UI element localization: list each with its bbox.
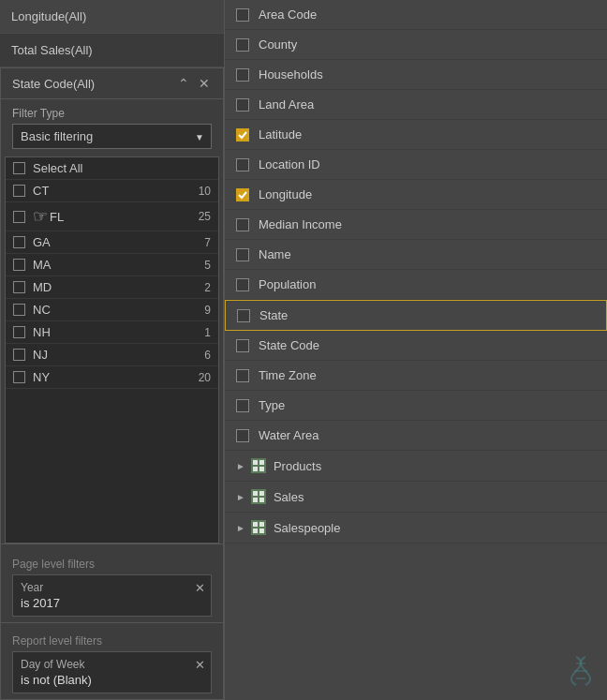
field-row-population[interactable]: Population <box>225 270 607 300</box>
svg-rect-3 <box>259 467 264 471</box>
filter-checkbox <box>13 259 25 271</box>
field-checkbox-time-zone <box>236 369 249 382</box>
right-panel: Area Code County Households Land Area La… <box>225 0 607 700</box>
group-row-products[interactable]: ► Products <box>225 451 607 482</box>
left-panel: Longitude(All) Total Sales(All) State Co… <box>0 0 225 700</box>
filter-checkbox <box>13 236 25 248</box>
field-row-name[interactable]: Name <box>225 240 607 270</box>
filter-checkbox <box>13 185 25 197</box>
total-sales-field-item[interactable]: Total Sales(All) <box>0 34 224 67</box>
filter-checkbox <box>13 326 25 338</box>
field-row-latitude[interactable]: Latitude <box>225 120 607 150</box>
report-filters-label: Report level filters <box>12 629 212 651</box>
filter-checkbox <box>13 162 25 174</box>
products-group-icon <box>251 458 266 473</box>
dna-watermark-icon <box>562 652 600 690</box>
svg-rect-10 <box>253 529 258 533</box>
svg-rect-4 <box>253 491 258 496</box>
filter-type-label: Filter Type <box>1 99 223 124</box>
dayofweek-filter-close-button[interactable]: ✕ <box>195 658 205 672</box>
report-filters-section: Report level filters Day of Week is not … <box>1 622 223 699</box>
dayofweek-filter-value: is not (Blank) <box>21 673 203 687</box>
year-filter-close-button[interactable]: ✕ <box>195 581 205 595</box>
field-row-longitude[interactable]: Longitude <box>225 180 607 210</box>
list-item[interactable]: CT 10 <box>6 180 218 202</box>
list-item[interactable]: Select All <box>6 157 218 180</box>
field-row-state-code[interactable]: State Code <box>225 331 607 361</box>
field-checkbox-population <box>236 278 249 291</box>
close-filter-button[interactable]: ✕ <box>197 76 212 91</box>
field-checkbox-median-income <box>236 218 249 231</box>
filter-header: State Code(All) ⌃ ✕ <box>1 68 223 99</box>
svg-rect-9 <box>259 522 264 527</box>
field-checkbox-area-code <box>236 8 249 22</box>
year-filter-card: Year is 2017 ✕ <box>12 574 212 617</box>
field-row-location-id[interactable]: Location ID <box>225 150 607 180</box>
year-filter-title: Year <box>21 581 203 594</box>
list-item[interactable]: NH 1 <box>6 321 218 344</box>
cursor-pointer-icon: ☞ <box>33 206 48 227</box>
dayofweek-filter-title: Day of Week <box>21 658 203 671</box>
expand-arrow-icon: ► <box>236 492 245 502</box>
filter-checkbox <box>13 304 25 316</box>
field-row-households[interactable]: Households <box>225 60 607 90</box>
filter-section-title: State Code(All) <box>12 77 95 91</box>
watermark <box>562 652 600 693</box>
svg-rect-2 <box>253 467 258 471</box>
filter-type-select-wrapper: Basic filtering Advanced filtering Top N… <box>12 124 212 149</box>
list-item[interactable]: GA 7 <box>6 231 218 254</box>
field-row-time-zone[interactable]: Time Zone <box>225 361 607 391</box>
page-filters-section: Page level filters Year is 2017 ✕ <box>1 544 223 622</box>
field-checkbox-latitude <box>236 128 249 141</box>
dayofweek-filter-card: Day of Week is not (Blank) ✕ <box>12 651 212 693</box>
field-checkbox-name <box>236 248 249 261</box>
collapse-filter-button[interactable]: ⌃ <box>176 76 191 91</box>
field-row-water-area[interactable]: Water Area <box>225 421 607 451</box>
svg-rect-11 <box>259 529 264 533</box>
list-item[interactable]: NY 20 <box>6 366 218 389</box>
field-row-area-code[interactable]: Area Code <box>225 0 607 30</box>
salespeople-group-icon <box>251 520 266 535</box>
field-checkbox-households <box>236 68 249 82</box>
filter-checkbox <box>13 349 25 361</box>
page-filters-label: Page level filters <box>12 552 212 574</box>
field-row-state[interactable]: State <box>225 300 607 331</box>
field-row-median-income[interactable]: Median Income <box>225 210 607 240</box>
svg-rect-6 <box>253 498 258 502</box>
year-filter-value: is 2017 <box>21 596 203 610</box>
expand-arrow-icon: ► <box>236 523 245 533</box>
filter-checkbox <box>13 281 25 293</box>
svg-rect-5 <box>259 491 264 496</box>
filter-controls: ⌃ ✕ <box>176 76 212 91</box>
list-item[interactable]: MA 5 <box>6 254 218 276</box>
list-item[interactable]: NJ 6 <box>6 344 218 366</box>
filter-checkbox <box>13 371 25 383</box>
filter-list: Select All CT 10 ☞ FL 25 G <box>5 156 219 544</box>
list-item[interactable]: MD 2 <box>6 276 218 299</box>
group-row-salespeople[interactable]: ► Salespeople <box>225 513 607 544</box>
expand-arrow-icon: ► <box>236 461 245 471</box>
field-checkbox-state-code <box>236 339 249 352</box>
list-item[interactable]: ☞ FL 25 <box>6 202 218 231</box>
sales-group-icon <box>251 489 266 504</box>
field-row-type[interactable]: Type <box>225 391 607 421</box>
list-item[interactable]: NC 9 <box>6 299 218 321</box>
svg-rect-0 <box>253 460 258 465</box>
filter-checkbox <box>13 211 25 223</box>
field-checkbox-location-id <box>236 158 249 171</box>
svg-rect-1 <box>259 460 264 465</box>
field-checkbox-water-area <box>236 429 249 442</box>
field-checkbox-county <box>236 38 249 52</box>
longitude-field-item[interactable]: Longitude(All) <box>0 0 224 34</box>
filter-type-select[interactable]: Basic filtering Advanced filtering Top N <box>12 124 212 149</box>
group-row-sales[interactable]: ► Sales <box>225 482 607 513</box>
svg-rect-7 <box>259 498 264 502</box>
filter-section: State Code(All) ⌃ ✕ Filter Type Basic fi… <box>0 67 224 700</box>
field-checkbox-type <box>236 399 249 412</box>
field-row-land-area[interactable]: Land Area <box>225 90 607 120</box>
field-checkbox-land-area <box>236 98 249 112</box>
svg-rect-8 <box>253 522 258 527</box>
field-checkbox-longitude <box>236 188 249 201</box>
field-row-county[interactable]: County <box>225 30 607 60</box>
field-checkbox-state <box>237 309 250 322</box>
